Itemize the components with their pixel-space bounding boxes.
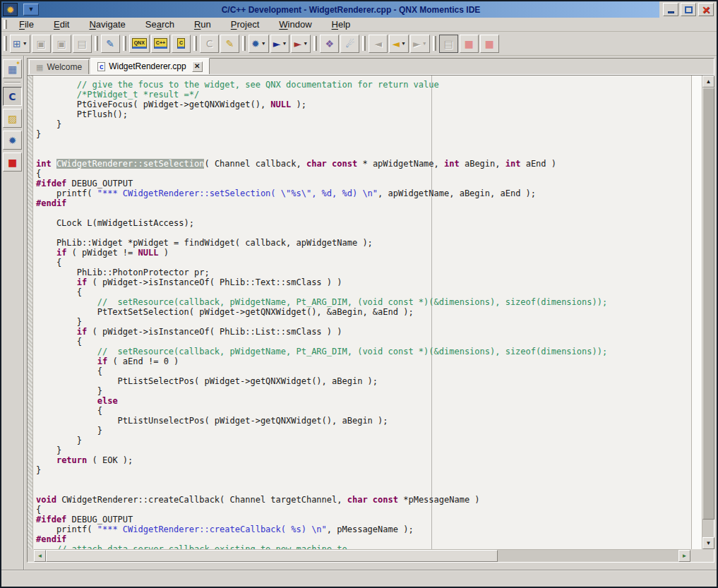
back-button[interactable]: ◄▼ [389,35,409,53]
menu-project[interactable]: Project [221,18,270,32]
new-file-wizard-button[interactable]: ✎ [220,35,239,53]
edit-properties-icon: ✎ [106,39,114,49]
pin-console-alt-icon: ■ [485,39,494,49]
annotation-ruler[interactable] [28,76,33,549]
save-all-button[interactable]: ▣ [52,35,71,53]
tab-welcome[interactable]: ▦Welcome [29,59,89,74]
menu-window[interactable]: Window [269,18,321,32]
toolbar-grip-handle[interactable] [433,36,436,50]
minimize-button[interactable] [663,3,678,16]
pin-console-alt-button[interactable]: ■ [480,35,499,53]
menu-help[interactable]: Help [322,18,361,32]
edit-properties-button[interactable]: ✎ [101,35,120,53]
new-wizard-button[interactable]: ⊞▼ [10,35,30,53]
toolbar-group: ❖☄ [319,33,360,54]
ide-window: ✹ ▼ C/C++ Development - WidgetRenderer.c… [0,0,718,588]
code-lines: // give the focus to the widget, see QNX… [36,80,691,549]
window-menu-button[interactable]: ▼ [23,4,39,16]
overview-ruler[interactable] [691,76,702,549]
menu-navigate[interactable]: Navigate [79,18,135,32]
code-editor[interactable]: // give the focus to the widget, see QNX… [33,76,691,549]
code-line: { [36,406,691,416]
toolbar-grip-handle[interactable] [193,36,197,50]
new-qnx-target-button[interactable]: QNX [129,35,150,53]
scroll-left-button[interactable]: ◄ [34,550,46,562]
debug-dropdown-icon[interactable]: ▼ [261,41,266,46]
open-perspective-button[interactable]: ▦✦ [3,59,22,78]
toolbar-grip-handle[interactable] [4,36,7,50]
external-tools-dropdown-icon[interactable]: ▼ [303,41,308,46]
last-edit-location-icon: ◄ [374,39,382,49]
toolbar-grip-handle[interactable] [123,36,126,50]
vertical-scroll-thumb[interactable] [702,88,714,520]
perspective-separator [4,82,20,83]
grid-icon: ▦ [36,64,43,71]
menu-search[interactable]: Search [136,18,184,32]
menu-edit[interactable]: Edit [44,18,79,32]
toolbar-grip-handle[interactable] [362,36,366,50]
run-dropdown-icon[interactable]: ▼ [282,41,287,46]
code-line: } [36,465,691,475]
scroll-down-button[interactable]: ▼ [702,537,714,549]
vertical-scrollbar[interactable]: ▲ ▼ [702,76,714,549]
pin-console-button[interactable]: ■ [460,35,479,53]
debug-perspective-button[interactable]: ✹ [3,131,22,150]
save-button[interactable]: ▣ [32,35,51,53]
forward-icon: ► [413,39,421,49]
debug-perspective-icon: ✹ [8,136,17,145]
scroll-up-button[interactable]: ▲ [702,76,714,88]
close-button[interactable]: ✕ [698,3,714,16]
new-wizard-dropdown-icon[interactable]: ▼ [23,41,28,46]
print-icon: ▤ [78,39,87,49]
cpp-perspective-button[interactable]: C [3,87,22,106]
external-tools-icon: ► [294,39,301,49]
run-button[interactable]: ►▼ [270,35,290,53]
system-builder-perspective-button[interactable]: ▨ [3,109,22,128]
scroll-right-button[interactable]: ► [678,550,690,562]
menu-run[interactable]: Run [184,18,221,32]
back-dropdown-icon[interactable]: ▼ [401,41,406,46]
cpp-perspective-icon: C [8,92,16,102]
last-edit-location-button[interactable]: ◄ [369,35,388,53]
toolbar-grip-handle[interactable] [242,36,246,50]
code-line: // setResource(callback, pWidgetName, Pt… [36,297,691,307]
print-button[interactable]: ▤ [73,35,92,53]
code-line: { [36,258,691,268]
menu-file[interactable]: File [9,18,44,32]
system-info-perspective-button[interactable]: ■ [3,152,22,172]
horizontal-scrollbar[interactable]: ◄ ► [34,549,690,562]
forward-dropdown-icon[interactable]: ▼ [422,41,427,46]
code-line: PtFlush(); [36,109,691,119]
debug-button[interactable]: ✹▼ [249,35,269,53]
horizontal-scroll-thumb[interactable] [46,550,498,562]
browse-button[interactable]: ❖ [320,35,339,53]
code-line: #endif [36,534,691,544]
code-line: { [36,337,691,347]
code-line: { [36,287,691,297]
external-tools-button[interactable]: ►▼ [291,35,311,53]
code-line: } [36,426,691,436]
new-cpp-project-button[interactable]: C++ [151,35,170,53]
forward-button[interactable]: ►▼ [410,35,430,53]
search-button[interactable]: ☄ [340,35,359,53]
tab-widgetrenderer-cpp[interactable]: cWidgetRenderer.cpp✕ [90,58,209,74]
tab-label: Welcome [47,62,82,72]
save-all-icon: ▣ [57,39,66,49]
code-line: } [36,119,691,129]
toolbar-grip-handle[interactable] [95,36,98,50]
code-line: // attach data server callback existing … [36,544,691,549]
system-info-perspective-icon: ■ [8,157,17,167]
maximize-button[interactable] [681,3,696,16]
new-class-wizard-icon: C [206,39,213,49]
new-c-project-button[interactable]: C [172,35,191,53]
arrow-up-icon: ▲ [706,79,712,85]
tab-close-button[interactable]: ✕ [192,61,203,72]
toolbar-grip-handle[interactable] [313,36,317,50]
menu-grip-handle[interactable] [4,20,7,29]
new-class-wizard-button[interactable]: C [200,35,219,53]
code-line [36,208,691,218]
horizontal-scroll-track[interactable] [498,550,678,562]
console-view-icon: ▤ [444,39,453,49]
toolbar-group: ✎ [100,33,121,54]
console-view-button[interactable]: ▤ [439,35,458,53]
